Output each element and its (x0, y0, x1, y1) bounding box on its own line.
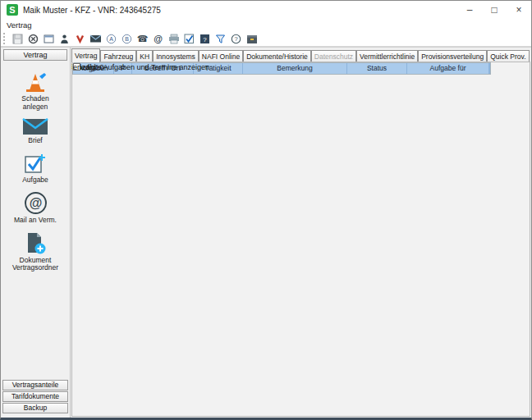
app-window: S Maik Muster - KFZ - VNR: 243645275 – □… (0, 0, 532, 420)
print-icon[interactable] (166, 32, 181, 45)
circle-b-icon[interactable]: B (119, 32, 135, 45)
at-icon[interactable]: @ (150, 32, 166, 45)
tab-kh[interactable]: KH (136, 50, 153, 62)
svg-text:?: ? (234, 35, 237, 43)
tab-vertrag[interactable]: Vertrag (71, 48, 100, 62)
mail-icon[interactable] (88, 32, 103, 45)
col-aufgabe-fuer[interactable]: Aufgabe für (407, 63, 489, 74)
menu-vertrag[interactable]: Vertrag (1, 21, 38, 30)
svg-text:?: ? (203, 35, 207, 43)
document-plus-icon (24, 232, 47, 257)
sidebar-item-dokument-vertragsordner[interactable]: Dokument Vertragsordner (12, 232, 58, 272)
save-icon[interactable] (10, 32, 25, 45)
circle-a-icon[interactable]: A (103, 32, 119, 45)
vertragsanteile-button[interactable]: Vertragsanteile (2, 380, 68, 390)
sidebar-item-schaden-anlegen[interactable]: Schaden anlegen (21, 71, 49, 111)
tab-quick-prov[interactable]: Quick Prov. (487, 50, 529, 62)
close-button[interactable]: × (507, 1, 531, 19)
minimize-button[interactable]: – (457, 1, 482, 19)
person-icon[interactable] (57, 32, 72, 45)
archive-icon[interactable] (244, 32, 259, 45)
toolbar-drag-handle[interactable] (3, 33, 7, 44)
red-arrow-down-icon[interactable] (72, 32, 88, 45)
tabstrip: Vertrag Fahrzeug KH Innosystems NAFI Onl… (71, 48, 531, 62)
col-empty (489, 63, 490, 74)
app-logo-icon: S (7, 4, 18, 16)
tab-fahrzeug[interactable]: Fahrzeug (100, 50, 136, 62)
tab-vermittlerrichtlinie[interactable]: Vermittlerrichtlinie (356, 50, 418, 62)
cone-icon (22, 71, 48, 95)
question-square-icon[interactable]: ? (197, 32, 213, 45)
toolbar: A B ☎ @ ? ? (1, 31, 531, 47)
tab-innosystems[interactable]: Innosystems (153, 50, 199, 62)
svg-text:@: @ (29, 196, 42, 210)
sidebar-label: anlegen (23, 103, 48, 112)
footer-bar: Anzahl: 0 erledigte Aufgaben und Termine… (72, 62, 74, 64)
tab-nafi-online[interactable]: NAFI Online (199, 50, 243, 62)
sidebar: Vertrag Schaden anlegen Brief Aufgabe @ (1, 48, 71, 418)
task-plus-icon (24, 153, 47, 176)
titlebar: S Maik Muster - KFZ - VNR: 243645275 – □… (1, 1, 531, 19)
tab-datenschutz: Datenschutz (311, 50, 356, 62)
backup-button[interactable]: Backup (2, 403, 68, 413)
sidebar-item-brief[interactable]: Brief (22, 118, 48, 145)
sidebar-item-aufgabe[interactable]: Aufgabe (22, 153, 48, 185)
at-circle-icon: @ (24, 191, 48, 217)
svg-text:A: A (109, 36, 113, 42)
maximize-button[interactable]: □ (482, 1, 507, 19)
envelope-icon (22, 118, 48, 137)
cancel-icon[interactable] (25, 32, 41, 45)
col-status[interactable]: Status (347, 63, 407, 74)
sidebar-vertrag-button[interactable]: Vertrag (3, 49, 67, 61)
svg-text:B: B (125, 36, 129, 42)
col-bemerkung[interactable]: Bemerkung (243, 63, 347, 74)
filter-icon[interactable] (213, 32, 228, 45)
sidebar-label: Vertragsordner (12, 264, 58, 272)
task-check-icon[interactable] (181, 32, 197, 45)
main-area: Vertrag Schaden anlegen Brief Aufgabe @ (1, 47, 531, 418)
window-icon[interactable] (41, 32, 57, 45)
sidebar-label: Brief (28, 137, 42, 145)
menubar: Vertrag (1, 19, 531, 31)
window-title: Maik Muster - KFZ - VNR: 243645275 (23, 6, 457, 15)
tab-dokumente-historie[interactable]: Dokumente/Historie (243, 50, 311, 62)
help-icon[interactable]: ? (228, 32, 244, 45)
tarifdokumente-button[interactable]: Tarifdokumente (2, 391, 68, 402)
sidebar-item-mail-an-verm[interactable]: @ Mail an Verm. (14, 191, 57, 225)
tab-provisionsverteilung[interactable]: Provisionsverteilung (418, 50, 487, 62)
phone-icon[interactable]: ☎ (135, 32, 150, 45)
vertrag-panel: Gesellschaft [5405] Alte Leipziger Versi… (71, 62, 530, 417)
sidebar-label: Mail an Verm. (14, 217, 57, 225)
sidebar-label: Aufgabe (22, 176, 48, 185)
content: Vertrag Fahrzeug KH Innosystems NAFI Onl… (71, 48, 531, 418)
erledigte-label: erledigte Aufgaben und Termine anzeigen (73, 63, 209, 72)
